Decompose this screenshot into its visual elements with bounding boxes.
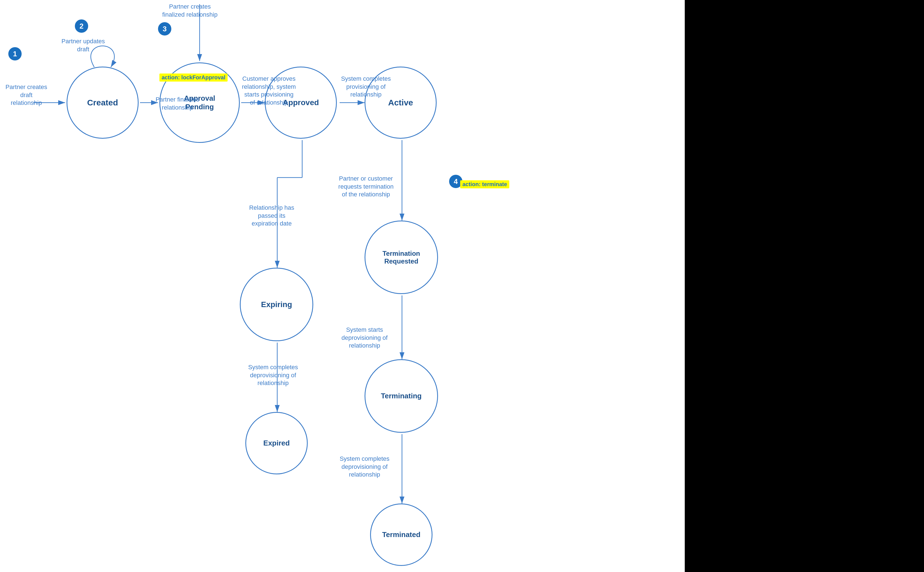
state-termination-requested: Termination Requested [364,221,438,294]
label-system-starts-deprovisioning: System startsdeprovisioning ofrelationsh… [333,326,397,350]
action-lock-for-approval: action: lockForApproval [160,73,228,82]
label-system-completes-deprovisioning-expiring: System completesdeprovisioning ofrelatio… [241,364,305,387]
diagram-container: 1 2 3 Created Approval Pending Approved … [0,0,685,572]
label-partner-creates-finalized: Partner createsfinalized relationship [160,3,220,19]
label-customer-approves: Customer approvesrelationship, systemsta… [239,75,299,107]
state-expiring: Expiring [240,268,313,341]
label-system-completes-deprovisioning-terminating: System completesdeprovisioning ofrelatio… [333,455,397,479]
state-expired: Expired [245,412,308,474]
state-terminating: Terminating [364,359,438,433]
black-panel [685,0,924,572]
badge-2: 2 [75,19,88,33]
label-partner-updates-draft: Partner updates draft [61,37,105,53]
action-terminate: action: terminate [460,180,509,188]
label-expiration-date: Relationship haspassed itsexpiration dat… [241,204,302,228]
state-created: Created [67,67,139,139]
state-terminated: Terminated [370,504,433,566]
label-system-completes-provisioning: System completesprovisioning ofrelations… [335,75,397,99]
label-partner-finalizes: Partner finalizesrelationship [150,96,205,112]
badge-3: 3 [158,22,171,36]
label-partner-creates-draft: Partner createsdraft relationship [4,83,48,107]
label-partner-customer-requests-termination: Partner or customerrequests terminationo… [333,175,399,199]
badge-1: 1 [8,47,22,61]
